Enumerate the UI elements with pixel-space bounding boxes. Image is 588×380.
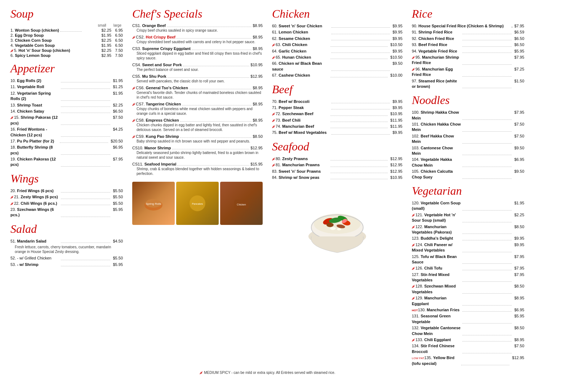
cs-item-cs2: 🌶 CS2. Hot Crispy Beef $8.95 Crispy shre… xyxy=(132,35,263,44)
rice-item-93: 93. Beef Fried Rice$6.50 xyxy=(412,42,524,48)
food-image-1: Spring Rolls xyxy=(132,182,175,225)
spicy-icon: 🌶 xyxy=(412,213,415,217)
noodles-section: Noodles 100. Shrimp Hakka Chow Mein$7.95… xyxy=(412,94,524,180)
svg-text:Spring Rolls: Spring Rolls xyxy=(146,202,161,205)
veg-item-120: 120. Vegetable Corn Soup (small)$1.95 xyxy=(412,200,524,212)
cs-item-cs4: CS4. Sweet and Sour Pork $10.95 The perf… xyxy=(132,63,263,72)
veg-item-127: 127. Stir-fried Mixed Vegetables$7.95 xyxy=(412,272,524,283)
cs-price: $8.95 xyxy=(253,35,263,39)
noodle-item-103: 103. Cantonese Chow Mein$9.50 xyxy=(412,145,524,157)
cs-name: General Tso's Chicken xyxy=(146,86,188,90)
rice-item-95: 🌶95. Manchurian Shrimp Fried Rice$7.95 xyxy=(412,55,524,66)
svg-point-19 xyxy=(337,228,341,230)
spicy-icon: 🌶 xyxy=(272,163,275,167)
veg-item-126: 🌶126. Chili Tofu$7.95 xyxy=(412,266,524,271)
chicken-items: 60. Sweet 'n' Sour Chicken$9.95 61. Lemo… xyxy=(272,23,402,78)
spicy-icon: 🌶 xyxy=(412,267,415,270)
food-icon-1: Spring Rolls xyxy=(143,193,164,214)
chicken-item-63: 🌶63. Chili Chicken$10.50 xyxy=(272,42,402,48)
cs-price: $12.95 xyxy=(250,146,263,150)
veg-item-132: 132. Vegetable Cantonese Chow Mein$8.50 xyxy=(412,325,524,336)
app-item-16: 16. Fried Wontons - Chicken (12 pcs)$4.2… xyxy=(10,127,123,138)
chicken-title: Chicken xyxy=(272,7,402,21)
bowl-image-container xyxy=(272,186,402,258)
veg-item-134: 134. Stir Fried Chinese Broccoli$7.50 xyxy=(412,343,524,354)
soup-section: Soup small large 1. Wonton Soup (chicken… xyxy=(10,7,123,58)
veg-item-131: 131. Seasonal Green Vegetable$5.95 xyxy=(412,313,524,325)
spicy-icon: 🌶 xyxy=(272,43,275,47)
beef-item-75: 75. Beef w/ Mixed Vegetables$9.95 xyxy=(272,130,402,135)
cs-number: CS10. xyxy=(132,146,144,150)
cs-price: $8.95 xyxy=(253,46,263,51)
beef-items: 70. Beef w/ Broccoli$9.95 71. Pepper Ste… xyxy=(272,99,402,136)
app-item-10: 10. Egg Rolls (2)$1.95 xyxy=(10,78,123,83)
soup-item-2: 2. Egg Drop Soup $1.95 6.50 xyxy=(10,33,123,37)
spicy-icon: 🌶 xyxy=(412,56,415,59)
spicy-icon: 🌶 xyxy=(132,119,135,122)
cs-number: CS5. xyxy=(132,74,142,78)
salad-item-51: 51. Mandarin Salad$4.50 xyxy=(10,239,123,244)
seafood-section: Seafood 🌶80. Zesty Prawns$12.95 🌶81. Man… xyxy=(272,140,402,181)
wing-item-22: 🌶22. Chili Wings (6 pcs.)$5.50 xyxy=(10,201,123,206)
cs-item-cs3: CS3. Supreme Crispy Eggplant $8.95 Slice… xyxy=(132,46,263,60)
cs-price: $15.95 xyxy=(250,162,263,166)
column-3: Chicken 60. Sweet 'n' Sour Chicken$9.95 … xyxy=(271,7,404,367)
beef-title: Beef xyxy=(272,83,402,96)
spicy-icon: 🌶 xyxy=(10,202,14,205)
chicken-item-66: 66. Chicken w/ Black Bean sauce$9.50 xyxy=(272,61,402,72)
beef-section: Beef 70. Beef w/ Broccoli$9.95 71. Peppe… xyxy=(272,83,402,136)
rice-item-91: 91. Shrimp Fried Rice$6.59 xyxy=(412,30,524,35)
soup-items: 1. Wonton Soup (chicken) $2.25 6.95 2. E… xyxy=(10,28,123,58)
cs-price: $8.95 xyxy=(253,86,263,90)
beef-item-70: 70. Beef w/ Broccoli$9.95 xyxy=(272,99,402,104)
food-image-2: Pancakes xyxy=(176,182,219,225)
cs-number: CS4. xyxy=(132,63,142,67)
cs-item-cs5: CS5. Mu Shu Pork $12.95 Served with panc… xyxy=(132,74,263,83)
seafood-item-83: 83. Sweet 'n' Sour Prawns$12.95 xyxy=(272,169,402,174)
app-item-12: 12. Vegetarian Spring Rolls (2)$1.95 xyxy=(10,91,123,102)
spicy-icon: 🌶 xyxy=(272,112,275,116)
rice-title: Rice xyxy=(412,7,524,21)
spicy-icon: 🌶 xyxy=(10,116,14,119)
cs-price: $12.95 xyxy=(250,74,263,78)
food-image-3: Chicken xyxy=(220,182,263,225)
seafood-items: 🌶80. Zesty Prawns$12.95 🌶81. Manchurian … xyxy=(272,156,402,181)
cs-number: CS8. xyxy=(136,118,146,122)
wing-item-20: 20. Fried Wings (6 pcs)$5.50 xyxy=(10,188,123,194)
footer-note: 🌶 MEDIUM SPICY - can be mild or extra sp… xyxy=(9,371,526,375)
soup-item-5: 🌶5. Hot 'n' Sour Soup (chicken) $2.25 7.… xyxy=(10,48,123,53)
veg-item-128: 🌶128. Szechwan Mixed Vegetables$8.50 xyxy=(412,284,524,295)
appetizer-section: Appetizer 10. Egg Rolls (2)$1.95 11. Veg… xyxy=(10,62,123,168)
spicy-icon: 🌶 xyxy=(132,86,135,90)
spicy-icon: 🌶 xyxy=(10,195,14,199)
chicken-item-65: 🌶65. Hunan Chicken$10.50 xyxy=(272,55,402,60)
svg-text:Chicken: Chicken xyxy=(237,203,246,206)
app-item-19: 19. Chicken Pakoras (12 pcs)$7.95 xyxy=(10,157,123,168)
soup-item-4: 4. Vegetable Corn Soup $1.95 6.50 xyxy=(10,43,123,48)
vegetarian-items: 120. Vegetable Corn Soup (small)$1.95 🌶1… xyxy=(412,200,524,366)
appetizer-items: 10. Egg Rolls (2)$1.95 11. Vegetable Rol… xyxy=(10,78,123,168)
rice-item-94: 94. Vegetable Fried Rice$5.95 xyxy=(412,49,524,54)
cs-name: Kung Pao Shrimp xyxy=(146,134,179,139)
seafood-item-80: 🌶80. Zesty Prawns$12.95 xyxy=(272,156,402,162)
vegetarian-section: Vegetarian 120. Vegetable Corn Soup (sma… xyxy=(412,184,524,366)
cs-name: Manor Shrimp xyxy=(144,146,171,150)
cs-number: CS2. xyxy=(136,35,146,39)
soup-size-headers: small large xyxy=(10,23,123,27)
footer-text: MEDIUM SPICY - can be mild or extra spic… xyxy=(204,371,335,375)
svg-point-18 xyxy=(330,227,336,230)
wings-title: Wings xyxy=(10,172,123,185)
spicy-icon: 🌶 xyxy=(272,119,275,122)
salad-section: Salad 51. Mandarin Salad$4.50 Fresh lett… xyxy=(10,222,123,267)
svg-point-14 xyxy=(326,223,334,227)
cs-number: CS9. xyxy=(136,134,146,139)
spicy-icon-footer: 🌶 xyxy=(200,371,203,375)
app-item-11: 11. Vegetable Roll$1.25 xyxy=(10,84,123,90)
cs-item-cs6: 🌶 CS6. General Tso's Chicken $8.95 Gener… xyxy=(132,86,263,100)
cs-name: Sweet and Sour Pork xyxy=(142,63,182,67)
food-images: Spring Rolls Pancakes Chicken xyxy=(132,182,263,225)
chefs-specials-section: Chef's Specials CS1. Orange Beef $8.95 C… xyxy=(132,7,263,176)
soup-title: Soup xyxy=(10,7,123,21)
spicy-icon: 🌶 xyxy=(412,225,415,229)
svg-point-9 xyxy=(314,214,361,234)
